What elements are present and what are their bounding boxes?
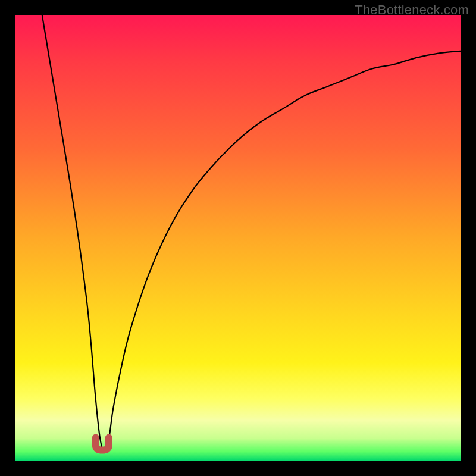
bottleneck-curve — [42, 15, 461, 452]
curve-svg — [15, 15, 461, 461]
watermark-text: TheBottleneck.com — [355, 2, 469, 18]
chart-frame: TheBottleneck.com — [0, 0, 476, 476]
floor-marker — [96, 438, 109, 450]
plot-area — [15, 15, 461, 461]
